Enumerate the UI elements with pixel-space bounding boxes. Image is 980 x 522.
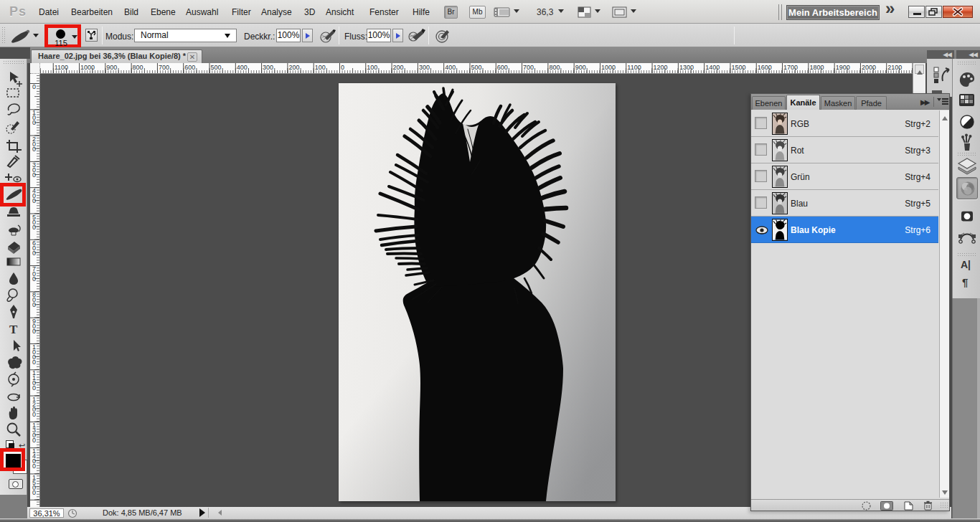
svg-text:T: T xyxy=(9,323,18,336)
